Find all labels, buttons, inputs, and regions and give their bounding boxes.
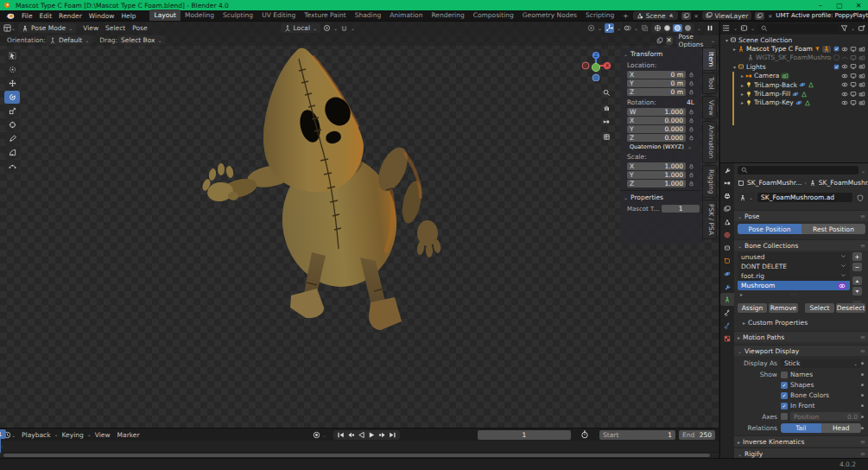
location-z-field[interactable]: Z0 m — [627, 88, 686, 96]
outliner-row[interactable]: ▸TriLamp-Key — [720, 98, 868, 107]
names-checkbox[interactable] — [781, 372, 788, 378]
scale-y-field[interactable]: Y1.000 — [627, 171, 686, 179]
toggle-monitor-icon[interactable] — [850, 81, 857, 88]
properties-tab-bone[interactable] — [720, 306, 734, 319]
expand-down-icon[interactable]: ▾ — [733, 64, 736, 70]
viewport-3d[interactable]: ⌄ Pose Mode ⌄ ViewSelectPose Local ⌄ ⌄ ⌄… — [0, 22, 719, 428]
shapes-checkbox[interactable]: ✓ — [781, 382, 788, 389]
pin-icon[interactable] — [668, 13, 675, 19]
workspace-tab-rendering[interactable]: Rendering — [427, 10, 468, 21]
workspace-tab-sculpting[interactable]: Sculpting — [219, 10, 257, 21]
close-button[interactable]: ✕ — [849, 0, 868, 10]
new-scene-button[interactable] — [681, 12, 691, 20]
toggle-eye-icon[interactable] — [841, 99, 848, 106]
properties-tab-world[interactable] — [720, 228, 734, 241]
new-collection-icon[interactable] — [858, 24, 865, 32]
sidebar-tab-tool[interactable]: Tool — [702, 73, 717, 94]
jump-to-end-button[interactable] — [389, 431, 396, 439]
editor-type-icon[interactable] — [3, 24, 11, 32]
viewport-display-header[interactable]: ⌄Viewport Display≡ — [734, 345, 868, 356]
nav-pan-button[interactable] — [600, 102, 612, 112]
tool-scale[interactable] — [4, 105, 20, 118]
rotation-y-field[interactable]: Y0.000 — [627, 125, 686, 133]
blender-logo-icon[interactable] — [5, 12, 15, 20]
custom-prop-field[interactable]: 1 — [662, 205, 700, 213]
mascot-character[interactable] — [194, 40, 488, 361]
toggle-eye-icon[interactable] — [841, 63, 848, 70]
navigation-gizmo[interactable]: Z X — [580, 50, 611, 81]
add-workspace-button[interactable]: + — [618, 10, 632, 22]
sidebar-tab-view[interactable]: View — [702, 96, 717, 120]
frame-end-field[interactable]: End250 — [679, 430, 715, 440]
sidebar-tab-psk-psa[interactable]: PSK / PSA — [702, 200, 717, 239]
toggle-camera-icon[interactable] — [858, 81, 865, 88]
remove-viewlayer-icon[interactable]: ✕ — [768, 13, 772, 19]
outliner-row[interactable]: ▸TriLamp-Back — [720, 80, 868, 89]
unlink-scene-icon[interactable]: ✕ — [694, 13, 699, 19]
rotation-w-field[interactable]: W1.000 — [627, 108, 686, 116]
workspace-tab-animation[interactable]: Animation — [385, 10, 427, 21]
deselect-button[interactable]: Deselect — [836, 303, 865, 313]
workspace-tab-modeling[interactable]: Modeling — [181, 10, 219, 21]
menu-window[interactable]: Window — [86, 12, 118, 20]
shading-rendered-icon[interactable] — [684, 24, 692, 32]
toggle-monitor-icon[interactable] — [850, 73, 857, 79]
scale-x-field[interactable]: X1.000 — [627, 162, 686, 170]
list-resize-grip[interactable]: ▸⋯ — [738, 291, 850, 297]
scene-selector[interactable]: Scene — [633, 11, 678, 20]
viewlayer-selector[interactable]: ViewLayer — [702, 11, 752, 20]
auto-key-record-icon[interactable] — [313, 431, 320, 439]
datablock-name-field[interactable]: SK_FoamMushroom.ad — [757, 193, 852, 202]
tool-move[interactable] — [4, 77, 20, 90]
expand-right-icon[interactable]: ▸ — [741, 73, 744, 79]
toggle-checkbox-icon[interactable] — [833, 63, 839, 70]
move-up-button[interactable] — [852, 276, 862, 285]
fake-user-shield-icon[interactable] — [855, 194, 865, 202]
sidebar-tab-animation[interactable]: Animation — [702, 121, 717, 162]
previous-keyframe-button[interactable] — [347, 431, 355, 439]
toggle-checkbox-empty-icon[interactable] — [833, 54, 839, 61]
orientation-dropdown[interactable]: Default ⌄ — [46, 35, 92, 45]
relations-tail-button[interactable]: Tail — [781, 423, 821, 433]
outliner-search[interactable] — [757, 24, 838, 33]
toggle-monitor-icon[interactable] — [850, 99, 857, 106]
tool-measure[interactable] — [4, 146, 20, 159]
frame-start-field[interactable]: Start1 — [599, 430, 675, 440]
orientation-selector[interactable]: Local ⌄ — [281, 23, 320, 33]
scale-z-field[interactable]: Z1.000 — [627, 180, 686, 187]
workspace-tab-uv-editing[interactable]: UV Editing — [257, 10, 300, 21]
nav-perspective-button[interactable] — [600, 131, 612, 142]
expand-down-icon[interactable]: ▾ — [725, 37, 728, 43]
toggle-camera-icon[interactable] — [858, 73, 865, 79]
properties-tab-physics[interactable] — [720, 267, 734, 280]
tool-tweak[interactable] — [4, 63, 20, 76]
properties-tab-tool[interactable] — [720, 163, 734, 176]
toggle-eye-icon[interactable] — [841, 91, 848, 98]
timeline-menu-keying[interactable]: Keying — [59, 431, 87, 439]
toggle-camera-icon[interactable] — [858, 46, 865, 53]
rotation-z-field[interactable]: Z0.000 — [627, 134, 686, 142]
menu-help[interactable]: Help — [117, 12, 139, 20]
sidebar-tab-rigging[interactable]: Rigging — [702, 165, 717, 198]
maximize-button[interactable]: ▢ — [830, 0, 849, 10]
playhead[interactable]: 1 — [0, 429, 6, 439]
transform-panel-header[interactable]: ⌄Transform — [620, 48, 701, 60]
expand-right-icon[interactable]: ▸ — [741, 99, 744, 105]
menu-edit[interactable]: Edit — [36, 12, 56, 20]
inverse-kinematics-header[interactable]: ▸Inverse Kinematics≡ — [734, 435, 868, 447]
next-keyframe-button[interactable] — [378, 431, 386, 439]
stopwatch-icon[interactable] — [580, 430, 589, 439]
properties-tab-view-layer[interactable] — [720, 202, 734, 215]
minimize-button[interactable]: – — [811, 0, 830, 10]
sidebar-tab-item[interactable]: Item — [702, 48, 717, 71]
tool-annotate[interactable] — [4, 132, 20, 145]
properties-tab-bone-constraints[interactable] — [720, 319, 734, 332]
workspace-tab-shading[interactable]: Shading — [351, 10, 385, 21]
properties-panel-header[interactable]: ⌄Properties — [620, 191, 701, 203]
timeline-menu-playback[interactable]: Playback — [18, 431, 54, 439]
workspace-tab-texture-paint[interactable]: Texture Paint — [300, 10, 350, 21]
outliner-row[interactable]: ▾Lights — [720, 62, 868, 71]
timeline-scrollbar[interactable] — [3, 454, 710, 457]
breadcrumb-object[interactable]: SK_FoamMushr... — [747, 179, 801, 187]
outliner-row[interactable]: ▾Scene Collection — [720, 35, 868, 44]
